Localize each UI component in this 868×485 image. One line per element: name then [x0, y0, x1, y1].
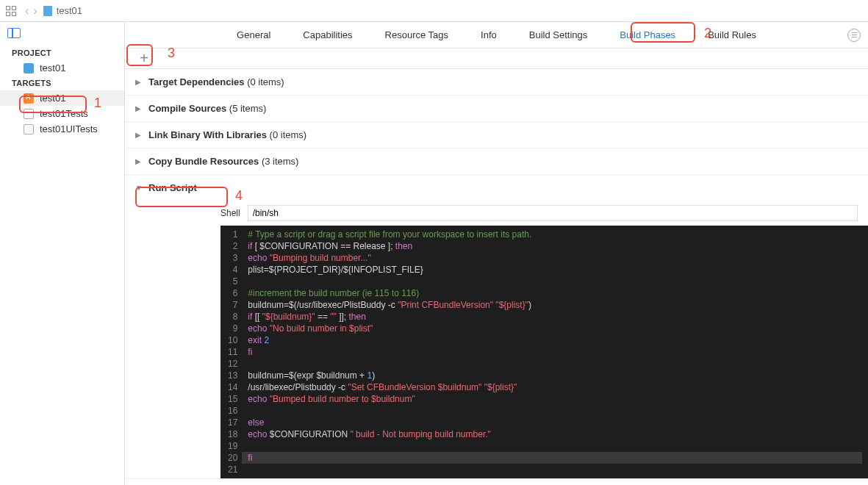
phase-name: Copy Bundle Resources (3 items) [148, 156, 298, 167]
target-label: test01Tests [40, 108, 88, 119]
sidebar: PROJECT test01 TARGETS test01test01Tests… [0, 22, 125, 485]
filter-icon[interactable]: ☰ [847, 29, 861, 42]
targets-section-header: TARGETS [0, 76, 124, 90]
target-icon [24, 93, 34, 104]
project-icon [24, 63, 34, 73]
disclosure-right-icon: ▶ [135, 131, 143, 139]
target-label: test01 [40, 93, 65, 104]
target-item[interactable]: test01UITests [0, 121, 124, 137]
run-script-header[interactable]: ▼ Run Script [125, 175, 868, 201]
phase-toolbar: + [125, 48, 868, 69]
tab-resource-tags[interactable]: Resource Tags [382, 28, 451, 42]
related-items-icon[interactable] [6, 6, 16, 16]
disclosure-down-icon: ▼ [135, 184, 143, 192]
back-arrow-icon[interactable]: ‹ [25, 4, 29, 18]
panel-toggle-icon[interactable] [7, 28, 21, 38]
disclosure-right-icon: ▶ [135, 157, 143, 165]
run-script-phase: ▼ Run Script Shell 123456789101112131415… [125, 175, 868, 479]
script-editor[interactable]: 123456789101112131415161718192021 # Type… [220, 226, 868, 478]
project-item-label: test01 [40, 62, 65, 73]
disclosure-right-icon: ▶ [135, 78, 143, 86]
breadcrumb-label: test01 [57, 5, 82, 16]
phase-name: Target Dependencies (0 items) [148, 76, 284, 87]
target-icon [24, 124, 34, 134]
nav-arrows: ‹ › [25, 4, 37, 18]
tab-general[interactable]: General [234, 28, 273, 42]
tab-build-phases[interactable]: Build Phases [617, 28, 678, 42]
line-gutter: 123456789101112131415161718192021 [220, 226, 242, 478]
target-item[interactable]: test01Tests [0, 106, 124, 121]
tab-info[interactable]: Info [478, 28, 500, 42]
editor-content: GeneralCapabilitiesResource TagsInfoBuil… [125, 22, 868, 485]
project-item[interactable]: test01 [0, 60, 124, 76]
add-phase-button[interactable]: + [135, 50, 153, 68]
target-icon [24, 109, 34, 119]
forward-arrow-icon[interactable]: › [33, 4, 37, 18]
disclosure-right-icon: ▶ [135, 104, 143, 112]
tab-bar: GeneralCapabilitiesResource TagsInfoBuil… [125, 22, 868, 48]
project-section-header: PROJECT [0, 46, 124, 60]
build-phases-list: ▶Target Dependencies (0 items)▶Compile S… [125, 69, 868, 485]
script-code[interactable]: # Type a script or drag a script file fr… [242, 226, 868, 478]
phase-row[interactable]: ▶Compile Sources (5 items) [125, 96, 868, 122]
top-toolbar: ‹ › test01 [0, 0, 868, 22]
phase-name: Compile Sources (5 items) [148, 103, 266, 114]
shell-row: Shell [125, 201, 868, 226]
phase-row[interactable]: ▶Copy Bundle Resources (3 items) [125, 148, 868, 175]
shell-label: Shell [220, 208, 240, 218]
target-label: test01UITests [40, 123, 98, 134]
target-item[interactable]: test01 [0, 90, 124, 106]
run-script-label: Run Script [148, 182, 197, 193]
phase-row[interactable]: ▶Target Dependencies (0 items) [125, 69, 868, 96]
phase-name: Link Binary With Libraries (0 items) [148, 129, 306, 140]
tab-build-settings[interactable]: Build Settings [526, 28, 591, 42]
tab-build-rules[interactable]: Build Rules [705, 28, 759, 42]
project-file-icon [43, 6, 52, 16]
breadcrumb[interactable]: test01 [43, 5, 82, 16]
shell-input[interactable] [248, 205, 858, 221]
tab-capabilities[interactable]: Capabilities [300, 28, 355, 42]
phase-row[interactable]: ▶Link Binary With Libraries (0 items) [125, 122, 868, 148]
